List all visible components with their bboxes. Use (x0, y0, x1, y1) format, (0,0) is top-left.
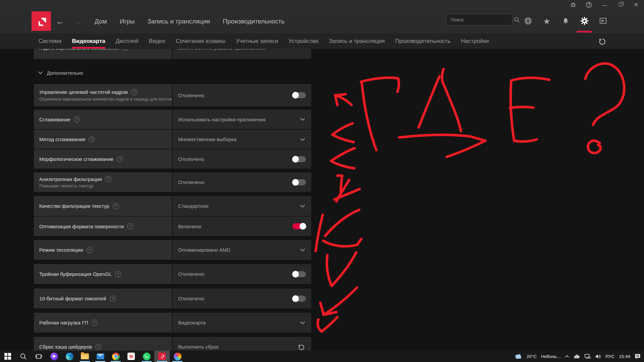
volume-icon[interactable] (595, 354, 601, 359)
weather-icon[interactable] (514, 353, 522, 359)
amd-radeon-logo[interactable] (32, 11, 51, 31)
help-icon[interactable]: ? (74, 116, 80, 122)
row-value: Отключено (178, 156, 204, 162)
row-label-cell: Сброс кэша шейдеров? (34, 337, 172, 351)
favorites-button[interactable]: ★ (537, 9, 556, 34)
tab-0[interactable]: Система (39, 34, 61, 49)
windows-taskbar: Я 20°C Неболь... (0, 351, 644, 362)
edge-button[interactable] (62, 351, 77, 362)
toggle-off[interactable] (292, 179, 306, 185)
hidden-icons-chevron[interactable] (565, 355, 569, 358)
row-value-cell[interactable]: Включено (173, 217, 311, 236)
row-value-cell[interactable]: Стандартное (173, 196, 311, 216)
toggle-off[interactable] (292, 271, 306, 277)
tray-clock[interactable]: 15:44 (619, 354, 630, 359)
toggle-off[interactable] (292, 296, 306, 302)
tray-language[interactable]: РУС (605, 354, 614, 359)
row-value-cell[interactable]: Отключено (173, 84, 311, 106)
toggle-on[interactable] (292, 223, 306, 229)
search-input[interactable] (446, 14, 513, 25)
row-value-cell[interactable]: Отключено (173, 289, 311, 308)
help-icon[interactable]: ? (110, 296, 116, 302)
restore-defaults-button[interactable] (598, 34, 606, 49)
help-icon[interactable]: ? (131, 89, 137, 95)
tab-6[interactable]: Устройства (288, 34, 318, 49)
close-button[interactable]: ✕ (628, 0, 644, 9)
window-titlebar: — ✕ (0, 0, 644, 9)
row-value-cell[interactable]: Выкл., если не указано приложением (173, 49, 311, 59)
row-label: Морфологическое сглаживание (39, 156, 113, 162)
row-value-cell[interactable]: Отключено (173, 149, 311, 169)
action-center-icon[interactable] (635, 354, 641, 359)
chrome-button[interactable] (108, 351, 123, 362)
help-icon[interactable]: ? (87, 247, 93, 253)
notifications-button[interactable] (556, 9, 575, 34)
network-icon[interactable] (584, 354, 591, 359)
nav-item-0[interactable]: Дом (95, 18, 107, 25)
restore-button[interactable] (612, 0, 628, 9)
row-label-cell: Рабочая нагрузка ГП? (34, 313, 172, 333)
mail-button[interactable] (93, 351, 108, 362)
reset-button[interactable] (298, 343, 305, 351)
help-icon[interactable] (581, 0, 597, 9)
help-icon[interactable]: ? (92, 320, 98, 326)
main-navbar: ← → ДомИгрыЗапись и трансляцияПроизводит… (0, 9, 644, 34)
collapse-panel-icon (599, 16, 607, 26)
tab-1[interactable]: Видеокарта (72, 34, 105, 49)
row-value: Включено (178, 224, 201, 229)
section-additional[interactable]: Дополнительно (38, 65, 83, 80)
yandex-browser-button[interactable]: Я (123, 351, 139, 362)
tray-temperature[interactable]: 20°C (527, 354, 537, 359)
back-arrow-button[interactable]: ← (54, 9, 66, 34)
row-value-cell[interactable]: Использовать настройки приложения (173, 110, 311, 129)
help-icon[interactable]: ? (122, 49, 128, 51)
task-view-icon (35, 353, 42, 360)
whatsapp-button[interactable] (139, 351, 154, 362)
row-value-cell[interactable]: Отключено (173, 172, 311, 192)
tab-5[interactable]: Учетные записи (236, 34, 278, 49)
task-view-button[interactable] (31, 351, 46, 362)
tray-weather-label[interactable]: Неболь... (541, 354, 560, 359)
help-icon[interactable]: ? (115, 271, 121, 277)
minimize-button[interactable]: — (597, 0, 612, 9)
alice-button[interactable] (46, 351, 62, 362)
onedrive-cloud-icon[interactable] (574, 354, 580, 359)
collapse-panel-button[interactable] (594, 9, 612, 34)
help-icon[interactable]: ? (113, 203, 119, 209)
file-explorer-button[interactable] (77, 351, 93, 362)
help-icon[interactable]: ? (127, 223, 133, 229)
help-icon[interactable]: ? (105, 176, 111, 182)
tab-2[interactable]: Дисплей (116, 34, 139, 49)
search-field[interactable] (446, 17, 514, 22)
search-button[interactable] (15, 351, 31, 362)
row-label-cell: Управление целевой частотой кадров?Огран… (34, 84, 172, 106)
tab-7[interactable]: Запись и трансляция (329, 34, 385, 49)
tab-9[interactable]: Настройки (461, 34, 489, 49)
colorful-drop-button[interactable] (170, 351, 185, 362)
help-icon[interactable]: ? (95, 344, 101, 350)
row-value-cell[interactable]: Отключено (173, 264, 311, 284)
help-icon[interactable]: ? (117, 156, 123, 162)
row-value-cell[interactable]: Видеокарта (173, 313, 311, 333)
settings-button[interactable] (575, 9, 594, 34)
row-value: Множественная выборка (178, 136, 236, 142)
dropdown-chevron-icon (300, 248, 305, 252)
bug-report-icon[interactable] (565, 0, 581, 9)
amd-radeon-button[interactable] (154, 351, 170, 362)
row-value-cell[interactable]: Множественная выборка (173, 130, 311, 149)
nav-item-1[interactable]: Игры (120, 18, 135, 25)
nav-item-3[interactable]: Производительность (223, 18, 284, 25)
row-value-cell[interactable]: Оптимизировано AMD (173, 240, 311, 260)
settings-content: Дополнительно Ждать вертикального обновл… (0, 49, 644, 351)
tab-8[interactable]: Производительность (395, 34, 450, 49)
help-icon[interactable]: ? (89, 136, 95, 142)
toggle-off[interactable] (292, 156, 306, 162)
tab-3[interactable]: Видео (149, 34, 165, 49)
tab-4[interactable]: Сочетания клавиш (176, 34, 225, 49)
nav-item-2[interactable]: Запись и трансляция (148, 18, 210, 25)
toggle-off[interactable] (292, 92, 306, 98)
start-button[interactable] (0, 351, 15, 362)
globe-button[interactable] (519, 9, 537, 34)
forward-arrow-button[interactable]: → (72, 9, 84, 34)
row-value-cell[interactable]: Выполнить сброс (173, 337, 311, 351)
